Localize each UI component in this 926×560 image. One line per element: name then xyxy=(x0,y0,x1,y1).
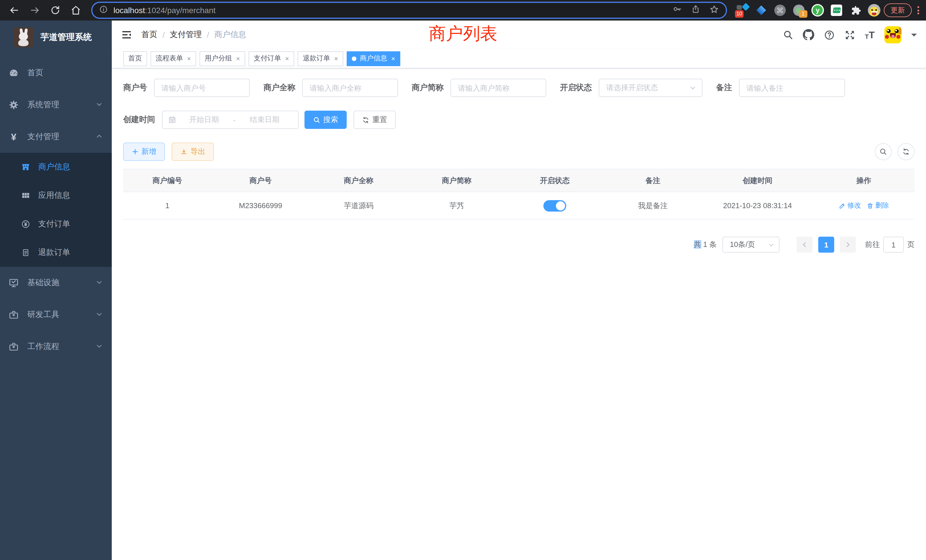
tab-process-form[interactable]: 流程表单× xyxy=(151,51,196,66)
breadcrumb-current: 商户信息 xyxy=(214,30,246,40)
sidebar-item-system[interactable]: 系统管理 xyxy=(0,89,112,121)
yen-icon: ¥ xyxy=(9,132,19,142)
extension-badge: 10 xyxy=(735,10,743,18)
sidebar-collapse-icon[interactable] xyxy=(121,29,132,41)
status-toggle[interactable] xyxy=(543,200,566,211)
toggle-search-button[interactable] xyxy=(875,143,892,160)
extension-devtools-icon[interactable]: 10 xyxy=(736,4,749,17)
url-text[interactable]: localhost:1024/pay/merchant xyxy=(113,6,668,15)
browser-menu-icon[interactable] xyxy=(917,6,919,14)
github-icon[interactable] xyxy=(803,29,814,41)
password-key-icon[interactable] xyxy=(672,4,682,16)
tab-home[interactable]: 首页 xyxy=(123,51,147,66)
add-button[interactable]: 新增 xyxy=(123,142,165,161)
col-status: 开启状态 xyxy=(506,169,604,192)
bookmark-star-icon[interactable] xyxy=(709,4,719,16)
close-icon[interactable]: × xyxy=(391,55,395,62)
filter-row-1: 商户号 商户全称 商户简称 开启状态 请选择开启状态 备注 xyxy=(123,79,915,97)
merchant-short-name-input[interactable] xyxy=(451,79,546,97)
share-icon[interactable] xyxy=(691,5,700,16)
prev-page-button[interactable] xyxy=(797,237,813,253)
remark-input[interactable] xyxy=(739,79,845,97)
col-remark: 备注 xyxy=(604,169,702,192)
status-select[interactable]: 请选择开启状态 xyxy=(599,79,702,97)
active-dot xyxy=(352,56,356,61)
sidebar-item-app-info[interactable]: 应用信息 xyxy=(0,182,112,210)
export-button[interactable]: 导出 xyxy=(172,142,214,161)
sidebar-item-pay[interactable]: ¥ 支付管理 xyxy=(0,121,112,153)
sidebar-item-dev-tools[interactable]: 研发工具 xyxy=(0,299,112,331)
extensions-row: 10 ⌘ 1 y xyxy=(736,4,881,17)
extension-capture-icon[interactable]: 1 xyxy=(793,4,805,17)
header-search-icon[interactable] xyxy=(783,30,793,40)
tags-view-bar: 首页 流程表单× 用户分组× 支付订单× 退款订单× 商户信息× xyxy=(112,49,926,68)
sidebar-item-infra[interactable]: 基础设施 xyxy=(0,267,112,299)
cell-merchant-no: M233666999 xyxy=(212,192,310,219)
tab-merchant-info[interactable]: 商户信息× xyxy=(346,51,400,66)
sidebar: 芋道管理系统 首页 系统管理 ¥ 支付管理 xyxy=(0,21,112,560)
sidebar-item-home[interactable]: 首页 xyxy=(0,57,112,89)
delete-link[interactable]: 删除 xyxy=(867,201,889,210)
help-icon[interactable] xyxy=(824,29,835,40)
browser-back-icon[interactable] xyxy=(9,5,20,15)
tab-refund-order[interactable]: 退款订单× xyxy=(298,51,343,66)
dashboard-icon xyxy=(9,68,19,78)
store-icon xyxy=(21,162,30,172)
chevron-down-icon xyxy=(96,278,103,288)
font-size-icon[interactable]: TT xyxy=(865,30,875,39)
sidebar-item-refund-order[interactable]: 退款订单 xyxy=(0,238,112,267)
app-logo[interactable]: 芋道管理系统 xyxy=(0,21,112,54)
start-date-placeholder: 开始日期 xyxy=(176,115,232,125)
merchant-name-input[interactable] xyxy=(302,79,398,97)
browser-home-icon[interactable] xyxy=(71,5,81,15)
cell-full-name: 芋道源码 xyxy=(310,192,408,219)
chevron-down-icon xyxy=(96,100,103,109)
toolbox-icon xyxy=(9,310,19,320)
extension-chat-icon[interactable] xyxy=(830,4,843,17)
goto-page-input[interactable] xyxy=(883,237,904,253)
chevron-down-icon xyxy=(768,242,774,248)
edit-link[interactable]: 修改 xyxy=(839,201,861,210)
top-navbar: 首页 / 支付管理 / 商户信息 TT xyxy=(112,21,926,49)
chevron-down-icon xyxy=(96,310,103,319)
refresh-table-button[interactable] xyxy=(897,143,915,160)
extension-kite-icon[interactable] xyxy=(755,4,767,17)
user-avatar[interactable] xyxy=(884,26,902,43)
profile-avatar-icon[interactable] xyxy=(868,4,881,17)
sidebar-item-merchant-info[interactable]: 商户信息 xyxy=(0,153,112,182)
avatar-caret-icon[interactable] xyxy=(911,33,917,39)
tab-user-group[interactable]: 用户分组× xyxy=(200,51,245,66)
site-info-icon[interactable] xyxy=(99,5,108,16)
browser-update-button[interactable]: 更新 xyxy=(884,3,912,17)
browser-reload-icon[interactable] xyxy=(50,5,61,15)
extension-command-icon[interactable]: ⌘ xyxy=(774,4,786,17)
chevron-left-icon xyxy=(801,241,808,248)
tab-pay-order[interactable]: 支付订单× xyxy=(249,51,294,66)
pagination: 共 1 条 10条/页 1 前往 页 xyxy=(123,237,915,253)
fullscreen-icon[interactable] xyxy=(844,29,855,40)
address-bar[interactable]: localhost:1024/pay/merchant xyxy=(91,2,727,19)
extension-yuque-icon[interactable]: y xyxy=(811,4,824,17)
search-button[interactable]: 搜索 xyxy=(304,110,346,129)
reset-button[interactable]: 重置 xyxy=(354,110,396,129)
app-title: 芋道管理系统 xyxy=(41,32,92,42)
calendar-icon xyxy=(168,116,176,124)
close-icon[interactable]: × xyxy=(285,55,289,62)
chevron-down-icon xyxy=(689,85,696,91)
filter-label-create-time: 创建时间 xyxy=(123,115,155,125)
extensions-puzzle-icon[interactable] xyxy=(849,4,862,17)
col-merchant-id: 商户编号 xyxy=(123,169,212,192)
refresh-icon xyxy=(902,148,910,156)
close-icon[interactable]: × xyxy=(334,55,338,62)
sidebar-item-pay-order[interactable]: 支付订单 xyxy=(0,210,112,238)
browser-forward-icon[interactable] xyxy=(30,5,40,15)
page-size-select[interactable]: 10条/页 xyxy=(722,237,779,253)
create-time-range-picker[interactable]: 开始日期 - 结束日期 xyxy=(162,110,299,129)
merchant-no-input[interactable] xyxy=(154,79,250,97)
next-page-button[interactable] xyxy=(840,237,856,253)
close-icon[interactable]: × xyxy=(187,55,191,62)
close-icon[interactable]: × xyxy=(236,55,240,62)
sidebar-item-workflow[interactable]: 工作流程 xyxy=(0,331,112,363)
page-number-1[interactable]: 1 xyxy=(818,237,834,253)
breadcrumb-home[interactable]: 首页 xyxy=(141,30,157,40)
